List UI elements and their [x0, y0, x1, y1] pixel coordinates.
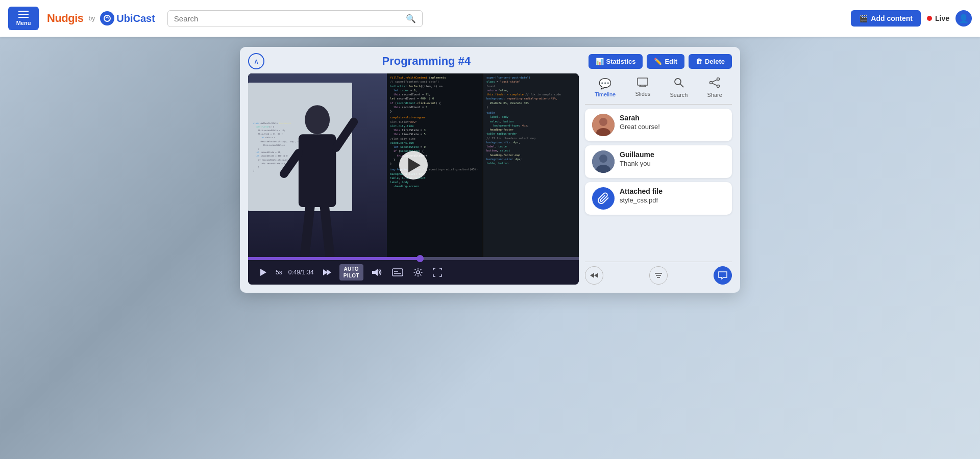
svg-point-1 — [305, 105, 330, 134]
autopilot-button[interactable]: AUTOPILOT — [339, 264, 363, 280]
sidebar-tabs: 💬 Timeline Slides Search — [585, 73, 732, 105]
live-button[interactable]: Live — [927, 14, 949, 22]
play-icon — [408, 158, 421, 172]
fullscreen-button[interactable] — [431, 266, 444, 279]
add-content-label: Add content — [871, 14, 913, 22]
search-input[interactable] — [174, 14, 406, 23]
video-frame[interactable]: class AuthenticState implements construc… — [248, 73, 579, 257]
search-bar: 🔍 — [167, 10, 423, 27]
chat-button[interactable] — [714, 266, 732, 285]
edit-button[interactable]: ✏️ Edit — [647, 54, 684, 69]
tab-share[interactable]: Share — [707, 78, 722, 98]
progress-bar[interactable] — [248, 257, 579, 260]
skip-label: 5s — [276, 269, 282, 276]
current-time: 0:49/1:34 — [288, 269, 314, 276]
collapse-button[interactable]: ∧ — [248, 53, 264, 69]
nav-actions: 🎬 Add content Live 👤 — [851, 10, 972, 27]
comment-text-sarah: Great course! — [620, 123, 660, 131]
logo-area: Nudgis by UbiCast — [47, 11, 155, 26]
svg-point-23 — [710, 82, 713, 84]
live-dot-icon — [927, 16, 932, 21]
svg-marker-33 — [594, 273, 598, 278]
tab-slides[interactable]: Slides — [635, 78, 650, 98]
statistics-button[interactable]: 📊 Statistics — [589, 54, 643, 69]
share-icon — [709, 78, 720, 90]
hamburger-line-1 — [18, 11, 29, 12]
search-submit-button[interactable]: 🔍 — [406, 14, 416, 23]
hamburger-line-2 — [18, 14, 29, 15]
svg-point-30 — [599, 155, 607, 163]
delete-button[interactable]: 🗑 Delete — [689, 54, 732, 69]
delete-icon: 🗑 — [696, 58, 702, 65]
svg-marker-7 — [260, 269, 266, 276]
comment-content-sarah: Sarah Great course! — [620, 114, 660, 131]
delete-label: Delete — [705, 58, 725, 65]
filter-button[interactable] — [649, 266, 668, 285]
edit-label: Edit — [665, 58, 677, 65]
svg-line-5 — [305, 207, 310, 255]
timeline-icon: 💬 — [599, 78, 611, 90]
svg-marker-32 — [590, 273, 594, 278]
chevron-up-icon: ∧ — [254, 57, 259, 65]
progress-handle[interactable] — [416, 255, 424, 262]
progress-fill — [248, 257, 420, 260]
comment-text-guillaume: Thank you — [620, 160, 654, 167]
add-content-button[interactable]: 🎬 Add content — [851, 10, 921, 27]
hamburger-line-3 — [18, 17, 29, 18]
ubicast-icon — [100, 11, 114, 26]
skip-forward-button[interactable] — [320, 266, 333, 279]
avatar-guillaume — [592, 150, 615, 173]
svg-rect-15 — [638, 78, 648, 85]
controls-bar: 5s 0:49/1:34 AUTOPILOT — [248, 260, 579, 285]
presenter-image: class AuthenticState implements construc… — [248, 73, 387, 257]
rewind-button[interactable] — [585, 266, 603, 285]
content-card: ∧ Programming #4 📊 Statistics ✏️ Edit 🗑 … — [240, 47, 740, 293]
live-label: Live — [935, 14, 949, 22]
svg-marker-10 — [372, 269, 378, 276]
attachment-filename: style_css.pdf — [620, 196, 663, 204]
tab-search-label: Search — [670, 92, 688, 98]
logo-by: by — [89, 15, 95, 22]
svg-line-3 — [336, 122, 354, 148]
comments-area: Sarah Great course! — [585, 105, 732, 262]
play-pause-button[interactable] — [256, 266, 270, 279]
svg-line-6 — [325, 207, 330, 255]
comment-card-sarah: Sarah Great course! — [585, 109, 732, 141]
edit-icon: ✏️ — [654, 58, 662, 65]
ubicast-logo: UbiCast — [100, 11, 155, 26]
nudgis-logo: Nudgis — [47, 12, 84, 25]
menu-button[interactable]: Menu — [8, 7, 39, 30]
volume-button[interactable] — [370, 266, 384, 279]
add-content-icon: 🎬 — [859, 14, 868, 22]
menu-label: Menu — [16, 20, 31, 26]
attachment-card[interactable]: Attached file style_css.pdf — [585, 182, 732, 215]
svg-line-20 — [680, 84, 683, 87]
settings-button[interactable] — [411, 266, 425, 279]
svg-point-19 — [675, 79, 681, 85]
svg-point-27 — [599, 118, 607, 126]
svg-line-24 — [712, 80, 717, 82]
tab-share-label: Share — [707, 92, 722, 98]
svg-rect-2 — [299, 134, 336, 207]
tab-search[interactable]: Search — [670, 78, 688, 98]
svg-line-25 — [712, 83, 717, 86]
video-player: class AuthenticState implements construc… — [248, 73, 579, 285]
tab-slides-label: Slides — [635, 91, 650, 97]
tab-timeline-label: Timeline — [595, 91, 616, 97]
comment-content-guillaume: Guillaume Thank you — [620, 150, 654, 167]
sidebar: 💬 Timeline Slides Search — [585, 73, 732, 285]
navbar: Menu Nudgis by UbiCast 🔍 🎬 Add content L… — [0, 0, 980, 37]
captions-button[interactable] — [390, 266, 405, 278]
slides-icon — [637, 78, 648, 89]
main-container: ∧ Programming #4 📊 Statistics ✏️ Edit 🗑 … — [0, 37, 980, 303]
svg-line-4 — [284, 153, 299, 174]
comment-author-sarah: Sarah — [620, 114, 660, 122]
statistics-icon: 📊 — [596, 58, 604, 65]
media-area: class AuthenticState implements construc… — [240, 73, 740, 293]
svg-marker-9 — [327, 269, 331, 275]
page-title: Programming #4 — [264, 55, 589, 68]
user-avatar[interactable]: 👤 — [955, 10, 972, 27]
attachment-content: Attached file style_css.pdf — [620, 187, 663, 204]
tab-timeline[interactable]: 💬 Timeline — [595, 78, 616, 98]
play-button[interactable] — [399, 151, 428, 180]
